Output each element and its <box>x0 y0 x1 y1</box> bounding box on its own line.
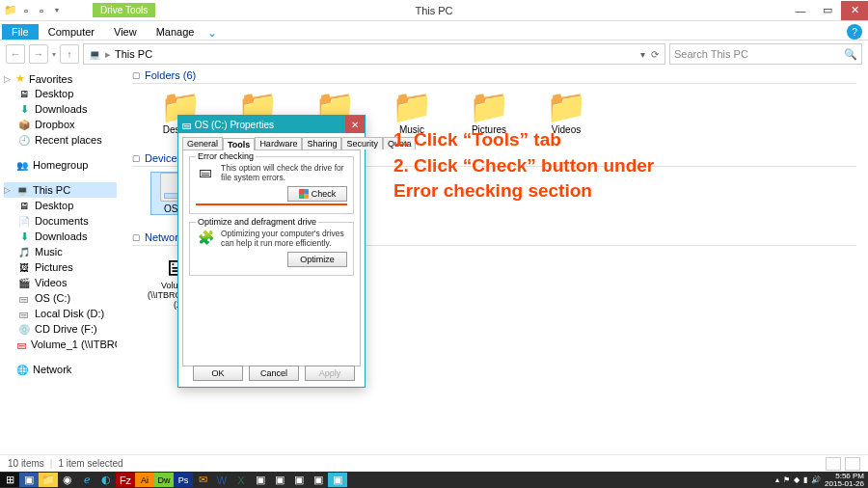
nav-thispc-music[interactable]: Music <box>4 244 117 259</box>
nav-thispc-local-d[interactable]: Local Disk (D:) <box>4 306 117 321</box>
start-button[interactable]: ⊞ <box>0 473 19 487</box>
taskbar-teamviewer[interactable]: ◐ <box>96 473 116 487</box>
optimize-legend: Optimize and defragment drive <box>196 217 318 227</box>
tray-network-icon[interactable]: ▮ <box>803 476 807 484</box>
error-checking-legend: Error checking <box>196 151 256 161</box>
disk-icon: 🖴 <box>182 120 192 130</box>
nav-thispc-videos[interactable]: Videos <box>4 275 117 290</box>
taskbar-filezilla[interactable]: Fz <box>116 473 135 487</box>
maximize-button[interactable]: ▭ <box>814 1 841 20</box>
qat-dropdown-icon[interactable]: ▾ <box>50 4 64 17</box>
view-details-button[interactable] <box>826 457 841 471</box>
search-icon: 🔍 <box>844 48 857 61</box>
navigation-pane: ▷★Favorites Desktop Downloads Dropbox Re… <box>0 68 121 454</box>
taskbar-word[interactable]: W <box>212 473 231 487</box>
tray-flag-icon[interactable]: ⚑ <box>783 476 790 484</box>
taskbar: ⊞ ▣ 📁 ◉ ℯ ◐ Fz Ai Dw Ps ✉ W X ▣ ▣ ▣ ▣ ▣ … <box>0 472 868 488</box>
search-box[interactable]: Search This PC 🔍 <box>669 43 862 65</box>
tab-tools[interactable]: Tools <box>223 138 255 150</box>
drive-check-icon: 🖴 <box>196 163 215 180</box>
taskbar-explorer[interactable]: 📁 <box>39 473 58 487</box>
annotation-line-2: 2. Click “Check” button under <box>393 153 808 179</box>
ribbon-tab-view[interactable]: View <box>104 24 147 40</box>
tray-clock[interactable]: 5:56 PM2015-01-26 <box>825 473 864 488</box>
taskbar-photoshop[interactable]: Ps <box>174 473 193 487</box>
nav-forward-button[interactable]: → <box>29 44 48 64</box>
taskbar-outlook[interactable]: ✉ <box>193 473 212 487</box>
close-button[interactable]: ✕ <box>841 1 868 20</box>
ribbon-tab-manage[interactable]: Manage <box>147 24 204 40</box>
taskbar-app-18[interactable]: ▣ <box>328 473 347 487</box>
status-item-count: 10 items <box>8 458 44 469</box>
error-checking-section: Error checking 🖴This option will check t… <box>189 156 354 214</box>
nav-thispc-os-c[interactable]: OS (C:) <box>4 290 117 306</box>
address-row: ← → ▾ ↑ ▸ This PC ▾⟳ Search This PC 🔍 <box>0 41 868 68</box>
help-icon[interactable]: ? <box>847 24 862 40</box>
title-bar: 📁 ▫ ▫ ▾ Drive Tools This PC — ▭ ✕ <box>0 0 868 21</box>
minimize-button[interactable]: — <box>787 1 814 20</box>
nav-thispc-desktop[interactable]: Desktop <box>4 198 117 213</box>
cancel-button[interactable]: Cancel <box>249 366 299 381</box>
taskbar-app-14[interactable]: ▣ <box>251 473 270 487</box>
address-bar[interactable]: ▸ This PC ▾⟳ <box>83 43 665 65</box>
nav-thispc-volume1[interactable]: Volume_1 (\\ITBROT... <box>4 337 117 352</box>
taskbar-dreamweaver[interactable]: Dw <box>154 473 174 487</box>
properties-titlebar[interactable]: 🖴 OS (C:) Properties ✕ <box>178 116 365 133</box>
qat-properties-icon[interactable]: ▫ <box>19 4 33 17</box>
ribbon-expand-icon[interactable]: ⌄ <box>203 26 221 40</box>
qat-newfolder-icon[interactable]: ▫ <box>35 4 48 17</box>
nav-favorites-dropbox[interactable]: Dropbox <box>4 117 117 132</box>
taskbar-app-1[interactable]: ▣ <box>19 473 39 487</box>
nav-recent-dropdown[interactable]: ▾ <box>52 50 56 59</box>
ribbon-tab-file[interactable]: File <box>2 24 39 40</box>
system-tray[interactable]: ▴ ⚑ ◆ ▮ 🔊 5:56 PM2015-01-26 <box>775 473 868 488</box>
nav-thispc-header[interactable]: ▷This PC <box>4 182 117 198</box>
status-bar: 10 items | 1 item selected <box>0 454 868 472</box>
nav-favorites-header[interactable]: ▷★Favorites <box>4 71 117 86</box>
tab-sharing[interactable]: Sharing <box>302 137 341 149</box>
taskbar-app-17[interactable]: ▣ <box>309 473 328 487</box>
optimize-button[interactable]: Optimize <box>287 252 347 267</box>
address-refresh-icon[interactable]: ⟳ <box>649 49 661 60</box>
properties-title: OS (C:) Properties <box>195 120 274 130</box>
nav-up-button[interactable]: ↑ <box>60 44 79 64</box>
address-dropdown-icon[interactable]: ▾ <box>638 49 647 60</box>
taskbar-chrome[interactable]: ◉ <box>58 473 77 487</box>
nav-thispc-downloads[interactable]: Downloads <box>4 229 117 244</box>
contextual-tab-drive-tools[interactable]: Drive Tools <box>93 3 155 17</box>
taskbar-illustrator[interactable]: Ai <box>135 473 154 487</box>
properties-close-button[interactable]: ✕ <box>345 116 365 133</box>
taskbar-app-16[interactable]: ▣ <box>289 473 309 487</box>
quick-access-toolbar: 📁 ▫ ▫ ▾ <box>0 4 64 17</box>
nav-back-button[interactable]: ← <box>6 44 25 64</box>
nav-thispc-documents[interactable]: Documents <box>4 213 117 229</box>
tab-security[interactable]: Security <box>341 137 383 149</box>
nav-favorites-recent[interactable]: Recent places <box>4 132 117 148</box>
ok-button[interactable]: OK <box>193 366 243 381</box>
app-icon: 📁 <box>4 4 17 17</box>
check-button[interactable]: Check <box>287 186 347 202</box>
nav-favorites-desktop[interactable]: Desktop <box>4 86 117 101</box>
tray-shield-icon[interactable]: ◆ <box>794 476 800 484</box>
group-folders-header[interactable]: ▢Folders (6) <box>132 68 856 84</box>
apply-button[interactable]: Apply <box>305 366 355 381</box>
tray-up-icon[interactable]: ▴ <box>775 476 779 484</box>
properties-tabs: General Tools Hardware Sharing Security … <box>178 133 365 149</box>
properties-panel: Error checking 🖴This option will check t… <box>182 149 361 366</box>
nav-favorites-downloads[interactable]: Downloads <box>4 101 117 117</box>
address-path: This PC <box>115 48 152 60</box>
nav-thispc-pictures[interactable]: Pictures <box>4 259 117 275</box>
nav-thispc-cd-f[interactable]: CD Drive (F:) <box>4 321 117 337</box>
taskbar-ie[interactable]: ℯ <box>77 473 96 487</box>
tab-hardware[interactable]: Hardware <box>255 137 302 149</box>
nav-network[interactable]: Network <box>4 362 117 377</box>
ribbon-tab-computer[interactable]: Computer <box>39 24 104 40</box>
tab-general[interactable]: General <box>182 137 223 149</box>
view-large-icons-button[interactable] <box>845 457 860 471</box>
taskbar-excel[interactable]: X <box>231 473 251 487</box>
annotation-underline <box>196 203 347 205</box>
tray-volume-icon[interactable]: 🔊 <box>811 476 821 484</box>
nav-homegroup[interactable]: Homegroup <box>4 157 117 173</box>
taskbar-app-15[interactable]: ▣ <box>270 473 289 487</box>
instruction-annotation: 1. Click “Tools” tab 2. Click “Check” bu… <box>393 127 808 204</box>
